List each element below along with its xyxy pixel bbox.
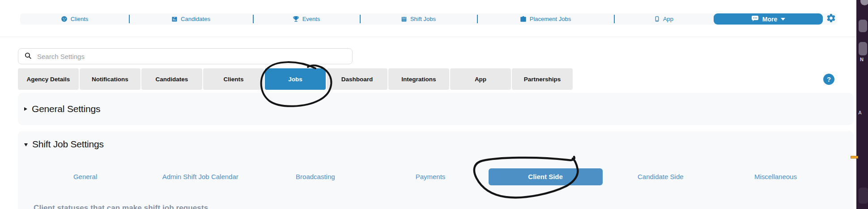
nav-item-label: Shift Jobs: [410, 16, 436, 22]
search-icon: [24, 52, 32, 61]
nav-divider: [614, 15, 615, 23]
search-input[interactable]: [36, 52, 333, 61]
tab-notifications[interactable]: Notifications: [80, 68, 140, 90]
general-settings-panel: General Settings: [18, 93, 854, 125]
caret-down-icon: [24, 143, 28, 146]
placement-jobs-icon: [520, 16, 527, 22]
strip-letter: N: [860, 57, 864, 62]
tab-jobs[interactable]: Jobs: [265, 68, 326, 90]
nav-item-shift-jobs[interactable]: Shift Jobs: [360, 13, 477, 25]
gear-icon: [826, 13, 836, 25]
orange-marker: [851, 156, 858, 159]
candidates-icon: [171, 16, 178, 22]
question-mark-icon: ?: [827, 75, 831, 83]
strip-button: [859, 20, 867, 32]
strip-letter: A: [858, 110, 862, 115]
nav-divider: [360, 15, 361, 23]
help-button[interactable]: ?: [823, 74, 834, 85]
section-title: General Settings: [32, 104, 100, 114]
nav-divider: [477, 15, 478, 23]
section-title: Shift Job Settings: [32, 139, 104, 150]
shift-jobs-icon: [401, 16, 407, 22]
tab-clients[interactable]: Clients: [203, 68, 264, 90]
subtab-client-side[interactable]: Client Side: [489, 168, 603, 185]
strip-avatar: [860, 0, 868, 5]
nav-item-app[interactable]: App: [614, 13, 714, 25]
subtab-broadcasting[interactable]: Broadcasting: [258, 173, 373, 180]
app-icon: [654, 16, 660, 22]
more-button-label: More: [762, 16, 777, 23]
subtab-client-side-wrap: Client Side: [488, 168, 603, 185]
clients-icon: [61, 16, 68, 22]
strip-button: [859, 188, 868, 204]
nav-item-events[interactable]: Events: [253, 13, 360, 25]
settings-gear-button[interactable]: [826, 14, 836, 24]
nav-item-label: Events: [302, 16, 320, 22]
chat-ellipsis-icon: [751, 15, 759, 23]
subtab-candidate-side[interactable]: Candidate Side: [603, 173, 718, 180]
nav-divider: [253, 15, 254, 23]
tab-partnerships[interactable]: Partnerships: [512, 68, 573, 90]
shift-job-settings-header[interactable]: Shift Job Settings: [24, 139, 104, 150]
subtab-admin-shift-job-calendar[interactable]: Admin Shift Job Calendar: [143, 173, 258, 180]
caret-right-icon: [24, 107, 27, 111]
nav-item-label: App: [663, 16, 673, 22]
nav-item-clients[interactable]: Clients: [20, 13, 129, 25]
header-divider: [0, 37, 856, 37]
shift-job-settings-panel: Shift Job Settings General Admin Shift J…: [18, 131, 854, 209]
nav-item-candidates[interactable]: Candidates: [129, 13, 253, 25]
nav-item-placement-jobs[interactable]: Placement Jobs: [477, 13, 614, 25]
general-settings-header[interactable]: General Settings: [24, 104, 100, 114]
nav-divider: [129, 15, 130, 23]
client-statuses-heading: Client statuses that can make shift job …: [34, 204, 208, 209]
top-navbar: Clients Candidates Events Shift Jobs Pla…: [20, 13, 837, 25]
chevron-down-icon: [781, 18, 785, 21]
tab-app[interactable]: App: [450, 68, 511, 90]
nav-item-label: Placement Jobs: [530, 16, 571, 22]
tab-agency-details[interactable]: Agency Details: [18, 68, 79, 90]
more-button[interactable]: More: [714, 13, 823, 25]
search-settings-box: [18, 48, 353, 64]
tab-dashboard[interactable]: Dashboard: [327, 68, 387, 90]
events-icon: [293, 16, 299, 22]
tab-candidates[interactable]: Candidates: [141, 68, 202, 90]
nav-item-label: Clients: [71, 16, 89, 22]
subtab-miscellaneous[interactable]: Miscellaneous: [718, 173, 833, 180]
nav-item-label: Candidates: [181, 16, 210, 22]
tab-integrations[interactable]: Integrations: [388, 68, 449, 90]
shift-job-subtab-bar: General Admin Shift Job Calendar Broadca…: [28, 167, 833, 187]
settings-tab-bar: Agency Details Notifications Candidates …: [18, 68, 573, 90]
strip-button: [859, 42, 867, 55]
subtab-general[interactable]: General: [28, 173, 143, 180]
subtab-payments[interactable]: Payments: [373, 173, 488, 180]
adjacent-window-strip: N A: [856, 0, 868, 209]
